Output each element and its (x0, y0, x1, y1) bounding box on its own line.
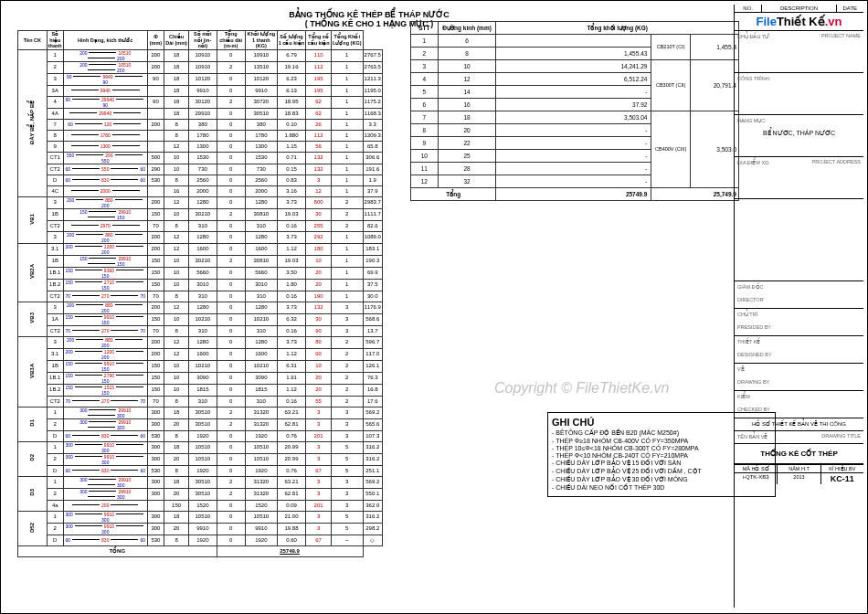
rebar-col-6: Tổng chiều dài (m-m) (217, 31, 245, 50)
table-row: 4C2000162000020003.1612137.9 (18, 185, 383, 196)
table-row: 1B15029910150150103021023081019.03101190… (18, 255, 383, 267)
table-row: D213009910300300181051001051020.9935316.… (18, 441, 383, 453)
table-row: 23009910300300201051001051020.9935316.2 (18, 453, 383, 465)
rebar-col-1: Số hiệu thanh (47, 31, 63, 50)
rebar-col-4: Chiều Dài (mm) (164, 31, 189, 50)
tb-item: HẠNG MỤC: BỂ NƯỚC, THÁP NƯỚC (735, 115, 863, 157)
table-row: D5213009910300300181051001051021.0035316… (18, 511, 383, 523)
table-row: 4a2001501520015200.092013362.0 (18, 500, 383, 511)
table-row: ĐÀY BỂ, NẤP BỂ12001051020020018109100109… (18, 49, 383, 61)
table-row: D3130029910300300183051023132063.2133569… (18, 476, 383, 488)
table-row: D608306053081920019200.762013107.3 (18, 430, 383, 441)
table-row: 3909940909018101200101206.2319511211.3 (18, 73, 383, 85)
summary-h-stt: STT (411, 22, 439, 35)
rebar-col-0: Tên CK (18, 31, 48, 50)
tb-dossier: HỒ SƠ THIẾT KẾ BẢN VẼ THI CÔNG (735, 418, 863, 431)
tb-checked: KIỂM CHECKED BY (735, 391, 863, 418)
table-row: D608306053081920019200.6067--◇ (18, 535, 383, 545)
table-row: 230099103003002099100991019.8835298.2 (18, 523, 383, 535)
table-row: CT2702707070831003100.16190130.0 (18, 291, 383, 302)
rebar-col-10: Tổng Khối Lượng (KG) (331, 31, 363, 50)
main-area: BẢNG THỐNG KÊ THÉP BỂ THÁP NƯỚC ( THỐNG … (17, 10, 721, 604)
tb-location: ĐỊA ĐIỂM XD: PROJECT ADDRESS (735, 157, 863, 199)
rebar-table: Tên CKSố hiệu thanhHình Dạng, kích thước… (17, 30, 383, 557)
table-row: D608306053081920019200.76675251.1 (18, 465, 383, 476)
table-row: 230029910300300203051023132062.8133565.6 (18, 418, 383, 430)
tb-project: CÔNG TRÌNH: (735, 73, 863, 115)
summary-row: 16CB210T (CI)1,455.4 (411, 35, 739, 48)
tb-designed: THIẾT KẾ DESIGNED BY (735, 336, 863, 364)
tb-codes-values: i-QTK-XB3 2013 KC-11 (735, 472, 863, 484)
table-row: 1B.11509360150150105660056603.5020169.9 (18, 267, 383, 279)
table-title-1: BẢNG THỐNG KÊ THÉP BỂ THÁP NƯỚC (17, 10, 721, 19)
table-row: 1B15029910150150103021023081019.03302111… (18, 208, 383, 220)
table-row: CT1550200550500101530015300.711321306.6 (18, 152, 383, 164)
table-row: 1B.21501515150150101815018151.1220216.8 (18, 384, 383, 396)
table-row: CT260550602901073007300.151321191.6 (18, 164, 383, 175)
title-block: NO. DESCRIPTION DATE FileThiết Kế.vn CHỦ… (734, 5, 863, 608)
tb-date: DATE (837, 5, 863, 12)
table-row: D1130029910300300183051023132063.2133569… (18, 407, 383, 418)
tb-spacer (735, 199, 863, 281)
rebar-col-9: Tổng số cấu kiện (306, 31, 332, 50)
table-row: 1B.21502710150150103010030101.8020137.5 (18, 279, 383, 291)
tb-header-row: NO. DESCRIPTION DATE (735, 5, 863, 13)
tb-codes-header: MÃ HỒ SƠ NĂM H.T KÍ HIỆU BV (735, 464, 863, 472)
summary-table: STT Đường kính (mm) Tổng khối lượng (KG)… (410, 21, 739, 201)
tb-presided: CHỦ TRÌ PRESIDED BY (735, 309, 863, 336)
table-row: 230029910300300203051023132062.8133550.1 (18, 488, 383, 500)
table-row: 1A150991015015010102100102106.32303568.6 (18, 313, 383, 325)
drawing-name: THỐNG KÊ CỐT THÉP (735, 444, 863, 464)
tb-drawn: VẼ DRAWING BY (735, 364, 863, 391)
drawing-page: BẢNG THỐNG KÊ THÉP BỂ THÁP NƯỚC ( THỐNG … (0, 0, 868, 614)
tb-desc: DESCRIPTION (762, 5, 836, 12)
table-row: 490299409090183012023072018.956211175.2 (18, 96, 383, 108)
summary-h-kl: Tổng khối lượng (KG) (496, 22, 739, 35)
table-row: VB2A3.12001200200200121600016001.1218011… (18, 243, 383, 255)
table-row: D608306053082560025600.83311.9 (18, 175, 383, 185)
table-row: 760120200838003800.102613.3 (18, 119, 383, 130)
logo: FileThiết Kế.vn (735, 13, 863, 31)
logo-blue: File (756, 15, 776, 28)
sheet-number: KC-11 (821, 473, 863, 484)
rebar-col-3: Φ (mm) (147, 31, 164, 50)
tb-item-value: BỂ NƯỚC, THÁP NƯỚC (737, 130, 861, 137)
tb-drawing-title-label: TÊN BẢN VẼ DRAWING TITLE (735, 431, 863, 444)
rebar-col-2: Hình Dạng, kích thước (63, 31, 147, 50)
table-row: 91300121300013001.1556165.8 (18, 141, 383, 152)
table-row: 3.12001200200200121600016001.12602117.0 (18, 348, 383, 360)
tb-director: GIÁM ĐỐC DIRECTOR (735, 281, 863, 309)
rebar-header-row: Tên CKSố hiệu thanhHình Dạng, kích thước… (18, 31, 383, 50)
rebar-col-8: Số lượng 1 cấu kiện (277, 31, 306, 50)
tb-owner: CHỦ ĐẦU TƯ: PROJECT NAME (735, 31, 863, 73)
table-row: 3200880200200121280012803.7329211089.0 (18, 231, 383, 243)
table-row: CT2702707070831003100.1655217.6 (18, 396, 383, 407)
table-row: CT2702707070831003100.1690313.7 (18, 325, 383, 336)
summary-row: 31014,241.29CB300T (CII)20,791.4 (411, 60, 739, 73)
summary-row: 7183,503.04CB400V (CIII)3,503.0 (411, 111, 739, 124)
table-row: 220010510200200181091021351019.161121276… (18, 61, 383, 73)
logo-red: .vn (825, 15, 842, 28)
summary-h-dk: Đường kính (mm) (438, 22, 496, 35)
table-row: 3A9940189910099106.1319511195.0 (18, 85, 383, 96)
table-row: 8178081780017801.88011211209.3 (18, 130, 383, 141)
table-row: 1B150991015015010102100102106.31102126.1 (18, 360, 383, 372)
summary-header-row: STT Đường kính (mm) Tổng khối lượng (KG) (411, 22, 739, 35)
rebar-col-5: Số mối nối (m-nối) (189, 31, 217, 50)
table-row: VB33200880200200121280012803.7313231176.… (18, 302, 383, 313)
table-row: 1B.11502790150150103090030901.9120276.3 (18, 372, 383, 384)
tb-no: NO. (735, 5, 762, 12)
rebar-col-7: Khối lượng 1 thanh (KG) (245, 31, 277, 50)
table-row: CT2297070831003100.16255282.6 (18, 220, 383, 231)
table-row: 4A29940182991003051018.836211168.3 (18, 108, 383, 119)
table-row: VB13200880200200121280012803.7380022983.… (18, 196, 383, 208)
logo-mid: Thiết Kế (777, 15, 825, 28)
table-row: VB3A3200880200200121280012803.73802596.7 (18, 336, 383, 348)
